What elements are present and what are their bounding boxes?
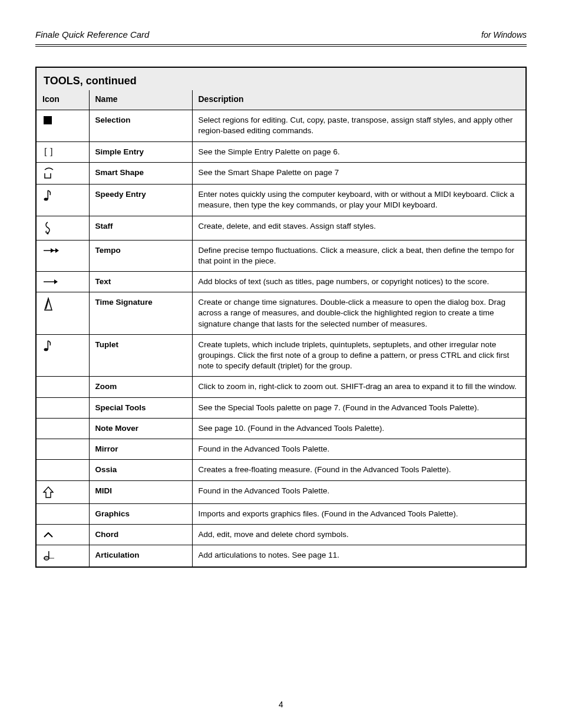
tool-name: Special Tools [89,397,192,418]
header-right: for Windows [481,30,527,39]
eighth-note-icon [36,334,89,377]
empty-icon [36,503,89,524]
table-row: Speedy EntryEnter notes quickly using th… [36,185,526,216]
tool-name: Mirror [89,439,192,460]
tool-name: Ossia [89,460,192,480]
tool-description: See page 10. (Found in the Advanced Tool… [192,418,526,439]
svg-rect-0 [44,116,52,124]
empty-icon [36,397,89,418]
tool-description: Add blocks of text (such as titles, page… [192,271,526,292]
double-arrow-icon [36,240,89,271]
tool-description: See the Simple Entry Palette on page 6. [192,141,526,162]
single-arrow-icon [36,271,89,292]
table-row: OssiaCreates a free-floating measure. (F… [36,460,526,480]
tool-description: Create tuplets, which include triplets, … [192,334,526,377]
table-row: Smart ShapeSee the Smart Shape Palette o… [36,163,526,185]
empty-icon [36,418,89,439]
table-row: StaffCreate, delete, and edit staves. As… [36,216,526,240]
tool-description: Add articulations to notes. See page 11. [192,545,526,568]
tool-name: Text [89,271,192,292]
tool-name: Time Signature [89,292,192,335]
table-row: Special ToolsSee the Special Tools palet… [36,397,526,418]
tool-description: Imports and exports graphics files. (Fou… [192,503,526,524]
tool-description: Create or change time signatures. Double… [192,292,526,335]
tool-name: Staff [89,216,192,240]
page-header: Finale Quick Reference Card for Windows [35,29,527,47]
tool-description: Define precise tempo fluctuations. Click… [192,240,526,271]
svg-marker-9 [54,279,58,284]
tool-description: See the Special Tools palette on page 7.… [192,397,526,418]
table-row: TupletCreate tuplets, which include trip… [36,334,526,377]
page-number: 4 [0,700,562,709]
shift-arrow-icon [36,480,89,503]
empty-icon [36,377,89,397]
table-row: ZoomClick to zoom in, right-click to zoo… [36,377,526,397]
svg-point-2 [44,198,48,201]
col-header-desc: Description [192,90,526,110]
empty-icon [36,439,89,460]
table-title: TOOLS, continued [36,67,526,90]
col-header-icon: Icon [36,90,89,110]
table-row: Note MoverSee page 10. (Found in the Adv… [36,418,526,439]
tool-description: Add, edit, move and delete chord symbols… [192,524,526,545]
table-row: MirrorFound in the Advanced Tools Palett… [36,439,526,460]
selection-icon [36,110,89,141]
eighth-note-icon [36,185,89,216]
tool-description: Creates a free-floating measure. (Found … [192,460,526,480]
tool-name: MIDI [89,480,192,503]
table-row: TextAdd blocks of text (such as titles, … [36,271,526,292]
tool-name: Selection [89,110,192,141]
table-row: TempoDefine precise tempo fluctuations. … [36,240,526,271]
tool-name: Speedy Entry [89,185,192,216]
tool-name: Smart Shape [89,163,192,185]
table-row: ArticulationAdd articulations to notes. … [36,545,526,568]
svg-text:[ ]: [ ] [44,147,53,157]
tool-description: Create, delete, and edit staves. Assign … [192,216,526,240]
slur-icon [36,163,89,185]
tool-name: Simple Entry [89,141,192,162]
half-note-icon [36,545,89,568]
table-row: GraphicsImports and exports graphics fil… [36,503,526,524]
svg-marker-7 [51,248,54,253]
tool-name: Tempo [89,240,192,271]
treble-icon [36,216,89,240]
tool-description: Select regions for editing. Cut, copy, p… [192,110,526,141]
tools-table: TOOLS, continued Icon Name Description S… [35,67,527,568]
table-row: MIDIFound in the Advanced Tools Palette. [36,480,526,503]
tool-name: Zoom [89,377,192,397]
svg-point-4 [47,232,48,234]
table-row: [ ]Simple EntrySee the Simple Entry Pale… [36,141,526,162]
metronome-icon [36,292,89,335]
table-row: SelectionSelect regions for editing. Cut… [36,110,526,141]
svg-marker-6 [55,248,59,253]
table-row: Time SignatureCreate or change time sign… [36,292,526,335]
caret-icon [36,524,89,545]
tool-description: See the Smart Shape Palette on page 7 [192,163,526,185]
empty-icon [36,460,89,480]
tool-description: Found in the Advanced Tools Palette. [192,480,526,503]
svg-marker-14 [44,487,53,498]
tool-name: Graphics [89,503,192,524]
header-left: Finale Quick Reference Card [35,29,149,39]
bracket-icon: [ ] [36,141,89,162]
tool-name: Note Mover [89,418,192,439]
col-header-name: Name [89,90,192,110]
tool-description: Found in the Advanced Tools Palette. [192,439,526,460]
tool-description: Enter notes quickly using the computer k… [192,185,526,216]
tool-name: Tuplet [89,334,192,377]
table-row: ChordAdd, edit, move and delete chord sy… [36,524,526,545]
svg-point-12 [44,348,48,351]
tool-name: Articulation [89,545,192,568]
tool-name: Chord [89,524,192,545]
tool-description: Click to zoom in, right-click to zoom ou… [192,377,526,397]
